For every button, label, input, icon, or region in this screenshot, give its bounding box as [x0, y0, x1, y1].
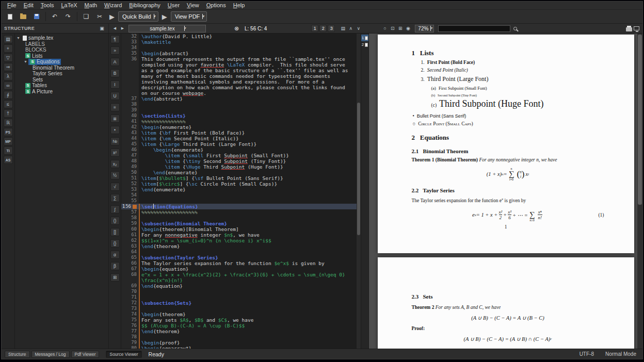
chevron-down-nav-icon[interactable]: ∨ [355, 25, 362, 32]
editor-line[interactable]: 55 [121, 198, 361, 204]
source-editor[interactable]: 32\author{David P. Little}33\maketitle34… [121, 34, 361, 349]
beta-icon[interactable]: β [110, 262, 120, 270]
pstricks-icon[interactable]: PS [4, 128, 13, 136]
close-document-icon[interactable]: ⊗ [233, 25, 240, 32]
new-file-icon[interactable] [4, 11, 16, 22]
editor-line[interactable]: 61For any nonnegative integer $n$, we ha… [121, 232, 361, 238]
editor-line[interactable]: 80\begin{eqnarray*} [121, 345, 361, 349]
bookmark-2-button[interactable]: 2 [319, 25, 327, 32]
editor-line[interactable]: 57%%%%%%%%%%%%%%%%%%% [121, 209, 361, 215]
bookmark-1-button[interactable]: 1 [311, 25, 318, 32]
editor-line[interactable]: many of the most basic commands needed f… [121, 73, 361, 79]
tikz-icon[interactable]: TI [4, 146, 13, 155]
structure-item-sample-tex[interactable]: ▼sample.tex [15, 35, 108, 41]
cut-icon[interactable]: ✂ [93, 11, 106, 22]
editor-line[interactable]: 67\begin{equation} [121, 266, 361, 272]
menu-user[interactable]: User [164, 2, 183, 9]
prev-document-icon[interactable]: ◀ [111, 25, 119, 32]
matrix-icon[interactable]: ⊞ [110, 273, 120, 282]
editor-current-line[interactable]: 156\section{Equations} [121, 204, 361, 209]
menu-options[interactable]: Options [203, 2, 230, 9]
editor-line[interactable]: 44\item {\em Second Point (Italic)} [121, 136, 361, 141]
pdf-page-1[interactable]: 1 Lists 1.First Point (Bold Face)2.Secon… [378, 35, 634, 253]
parentheses-icon[interactable]: () [110, 217, 120, 225]
editor-line[interactable]: description on how each command works, p… [121, 85, 361, 90]
math-operators-icon[interactable]: ∮ [4, 91, 13, 99]
editor-line[interactable]: 58 [121, 215, 361, 221]
editor-line[interactable]: 78 [121, 334, 361, 340]
structure-item-labels[interactable]: LABELS [15, 41, 108, 47]
editor-scrollbar[interactable] [357, 34, 361, 349]
print-icon[interactable] [625, 25, 633, 32]
chevron-down-icon[interactable]: ▾ [154, 14, 154, 19]
editor-line[interactable]: 45\item {\Large Third Point (Large Font)… [121, 141, 361, 147]
editor-line[interactable]: 33\maketitle [121, 39, 361, 45]
align-center-icon[interactable]: ≣ [110, 114, 120, 123]
save-icon[interactable] [30, 11, 43, 22]
editor-line[interactable]: 52\item[$\circ$] {\sc Circle Point (Smal… [121, 181, 361, 187]
structure-item-equations[interactable]: ▼SEquations [15, 59, 108, 65]
editor-line[interactable]: 53\end{enumerate} [121, 187, 361, 192]
brackets-icon[interactable]: [] [110, 228, 120, 236]
redo-icon[interactable]: ↷ [62, 11, 74, 22]
statusbar-tab-pdf-viewer[interactable]: Pdf Viewer [71, 351, 100, 358]
editor-line[interactable]: 37\end{abstract} [121, 96, 361, 102]
subscript-icon[interactable]: x₂ [110, 160, 120, 168]
editor-line[interactable]: 62$$(1+x)^n = \sum_{i=0}^n {n \choose i}… [121, 238, 361, 243]
paragraph-icon[interactable]: ¶ [110, 35, 120, 43]
statusbar-tab-structure[interactable]: Structure [5, 351, 30, 358]
structure-item-binomial-theorem[interactable]: Binomial Theorem [15, 65, 108, 71]
menu-wizard[interactable]: Wizard [101, 2, 125, 9]
fraction-icon[interactable]: ½ [110, 171, 120, 179]
integral-icon[interactable]: ∫ [110, 205, 120, 213]
editor-line[interactable]: 70 [121, 289, 361, 294]
search-icon[interactable] [511, 25, 519, 32]
structure-item-taylor-series[interactable]: Taylor Series [15, 71, 108, 77]
relation-symbols-icon[interactable]: ▽ [4, 54, 13, 62]
editor-line[interactable]: 77\end{theorem} [121, 328, 361, 334]
expand-arrow-icon[interactable]: ▼ [24, 60, 27, 63]
pdf-scrollbar-thumb[interactable] [638, 35, 642, 205]
sqrt-icon[interactable]: √ [110, 183, 120, 191]
menu-file[interactable]: File [4, 2, 20, 9]
menu-math[interactable]: Math [81, 2, 101, 9]
editor-line[interactable]: 59\subsection{Binomial Theorem} [121, 221, 361, 226]
editor-line[interactable]: 73 [121, 306, 361, 311]
italic-icon[interactable]: I [110, 80, 120, 89]
editor-line[interactable]: 49 \item {\Huge Third Subpoint (Huge Fon… [121, 164, 361, 170]
editor-line[interactable]: 72\subsection{Sets} [121, 300, 361, 306]
chevron-up-icon[interactable]: ∧ [347, 25, 355, 32]
editor-line[interactable]: 38 [121, 102, 361, 107]
statusbar-tab-source-viewer[interactable]: Source Viewer [106, 351, 141, 358]
editor-line[interactable]: 51\item[$\bullet$] {\sf Bullet Point (Sa… [121, 175, 361, 181]
bookmark-3-button[interactable]: 3 [328, 25, 335, 32]
panel-toggle-icon[interactable]: ▣ [98, 25, 106, 32]
editor-line[interactable]: 79\begin{proof} [121, 340, 361, 345]
arrow-symbols-icon[interactable]: ⇒ [4, 63, 13, 71]
editor-line[interactable]: 74\begin{theorem} [121, 311, 361, 317]
metapost-icon[interactable]: MP [4, 137, 13, 145]
copy-icon[interactable]: ❏ [80, 11, 92, 22]
editor-line[interactable]: 54 [121, 192, 361, 198]
fit-page-icon[interactable]: ⊡ [389, 25, 396, 32]
fit-width-icon[interactable]: ⊞ [396, 25, 404, 32]
braces-icon[interactable]: {} [110, 239, 120, 248]
pdf-scrollbar[interactable] [637, 34, 642, 349]
structure-item-tables[interactable]: STables [15, 83, 108, 89]
alpha-icon[interactable]: α [110, 251, 120, 259]
editor-line[interactable]: 34 [121, 45, 361, 51]
rotate-page-icon[interactable]: ○ [381, 25, 389, 32]
sum-icon[interactable]: ∑ [110, 194, 120, 202]
editor-line[interactable]: 64 [121, 249, 361, 255]
editor-line[interactable]: 75For any sets $A$, $B$ and $C$, we have [121, 317, 361, 323]
menu-latex[interactable]: LaTeX [57, 2, 81, 9]
expand-arrow-icon[interactable]: ▼ [17, 36, 20, 40]
editor-line[interactable]: as a good example of the basic structure… [121, 68, 361, 73]
editor-line[interactable]: 65\subsection{Taylor Series} [121, 255, 361, 260]
misc-text-icon[interactable]: † [4, 109, 13, 118]
structure-item-sets[interactable]: Sets [15, 77, 108, 83]
pdf-viewer[interactable]: 1 Lists 1.First Point (Bold Face)2.Secon… [369, 34, 642, 349]
editor-line[interactable]: involving mathematical symbols and expre… [121, 79, 361, 85]
editor-line[interactable]: 47 \item {\small First Subpoint (Small F… [121, 153, 361, 158]
block-list-icon[interactable]: ▤ [339, 25, 347, 32]
